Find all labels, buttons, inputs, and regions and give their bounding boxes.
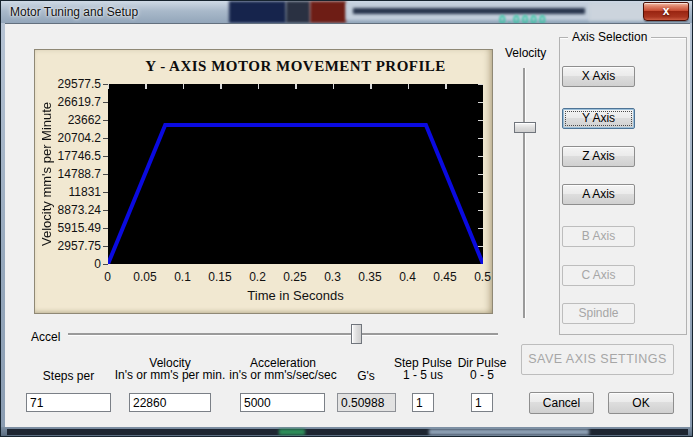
x-tick-label: 0.4	[389, 270, 426, 284]
glass-background-block	[279, 429, 305, 435]
x-axis-title: Time in Seconds	[108, 288, 483, 303]
motor-tuning-dialog: 0.0000 Motor Tuning and Setup x Y - AXIS…	[0, 0, 693, 437]
velocity-slider-track[interactable]	[523, 68, 525, 318]
glass-background-block	[310, 1, 346, 23]
window-bottom-border	[1, 427, 693, 436]
x-tick-label: 0.05	[127, 270, 164, 284]
y-tick-label: 5915.49	[35, 221, 101, 235]
accel-slider-label: Accel	[31, 330, 60, 344]
x-tick-labels: 0 0.05 0.1 0.15 0.2 0.25 0.3 0.35 0.4 0.…	[89, 270, 501, 284]
step-pulse-input[interactable]	[412, 393, 434, 412]
plot-area	[108, 84, 483, 264]
y-tick-label: 29577.5	[35, 77, 101, 91]
glass-background-block	[286, 1, 310, 23]
y-tick-label: 26619.7	[35, 95, 101, 109]
titlebar[interactable]: 0.0000 Motor Tuning and Setup x	[1, 1, 693, 23]
axis-selection-title: Axis Selection	[568, 30, 651, 44]
dialog-body: Y - AXIS MOTOR MOVEMENT PROFILE Velocity…	[5, 23, 690, 429]
chart-title: Y - AXIS MOTOR MOVEMENT PROFILE	[108, 58, 483, 75]
y-tick-labels: 29577.5 26619.7 23662 20704.2 17746.5 14…	[35, 77, 101, 271]
accel-slider-thumb[interactable]	[351, 324, 362, 344]
glass-background-block	[429, 429, 589, 435]
acceleration-label-line2: in's or mm's/sec/sec	[226, 368, 340, 382]
x-tick-label: 0.2	[239, 270, 276, 284]
accel-slider-track[interactable]	[68, 333, 498, 335]
x-tick-label: 0	[89, 270, 126, 284]
gs-label: G's	[346, 369, 386, 383]
dir-pulse-label-line2: 0 - 5	[452, 368, 512, 382]
y-tick-label: 0	[35, 257, 101, 271]
y-tick-label: 11831	[35, 185, 101, 199]
c-axis-button: C Axis	[562, 265, 635, 286]
window-title: Motor Tuning and Setup	[10, 5, 138, 19]
velocity-input[interactable]	[129, 393, 211, 412]
x-tick-label: 0.3	[314, 270, 351, 284]
x-tick-label: 0.5	[464, 270, 501, 284]
y-tick-label: 8873.24	[35, 203, 101, 217]
y-axis-button[interactable]: Y Axis	[562, 108, 635, 129]
glass-background-digits: 0.0000	[499, 13, 548, 23]
glass-background-block	[353, 8, 585, 14]
right-tick-marks	[478, 84, 483, 264]
glass-background-block	[589, 3, 645, 21]
step-pulse-label-line2: 1 - 5 us	[393, 368, 453, 382]
y-tick-label: 2957.75	[35, 239, 101, 253]
close-icon: x	[663, 4, 670, 18]
x-tick-label: 0.15	[202, 270, 239, 284]
x-tick-label: 0.25	[277, 270, 314, 284]
z-axis-button[interactable]: Z Axis	[562, 146, 635, 167]
ok-button[interactable]: OK	[608, 392, 674, 414]
gs-readout	[337, 393, 396, 412]
b-axis-button: B Axis	[562, 226, 635, 247]
motor-profile-chart: Y - AXIS MOTOR MOVEMENT PROFILE Velocity…	[34, 49, 493, 314]
close-button[interactable]: x	[643, 2, 689, 21]
dir-pulse-input[interactable]	[471, 393, 493, 412]
profile-polyline	[108, 125, 483, 264]
glass-background-block	[229, 1, 286, 23]
top-tick-marks	[108, 84, 483, 89]
y-tick-label: 14788.7	[35, 167, 101, 181]
velocity-slider-label: Velocity	[505, 46, 546, 60]
x-axis-button[interactable]: X Axis	[562, 66, 635, 87]
y-tick-label: 20704.2	[35, 131, 101, 145]
x-tick-label: 0.1	[164, 270, 201, 284]
y-tick-label: 23662	[35, 113, 101, 127]
acceleration-input[interactable]	[240, 393, 325, 412]
save-axis-settings-button: SAVE AXIS SETTINGS	[521, 344, 674, 375]
cancel-button[interactable]: Cancel	[529, 392, 594, 414]
a-axis-button[interactable]: A Axis	[562, 184, 635, 205]
steps-per-label: Steps per	[26, 369, 111, 383]
y-tick-label: 17746.5	[35, 149, 101, 163]
x-tick-label: 0.35	[352, 270, 389, 284]
velocity-label-line2: In's or mm's per min.	[106, 368, 234, 382]
steps-per-input[interactable]	[26, 393, 111, 412]
profile-line	[108, 84, 483, 264]
x-tick-label: 0.45	[427, 270, 464, 284]
axis-selection-group: Axis Selection X Axis Y Axis Z Axis A Ax…	[559, 37, 687, 335]
velocity-slider-thumb[interactable]	[514, 122, 536, 133]
spindle-button: Spindle	[562, 303, 635, 324]
